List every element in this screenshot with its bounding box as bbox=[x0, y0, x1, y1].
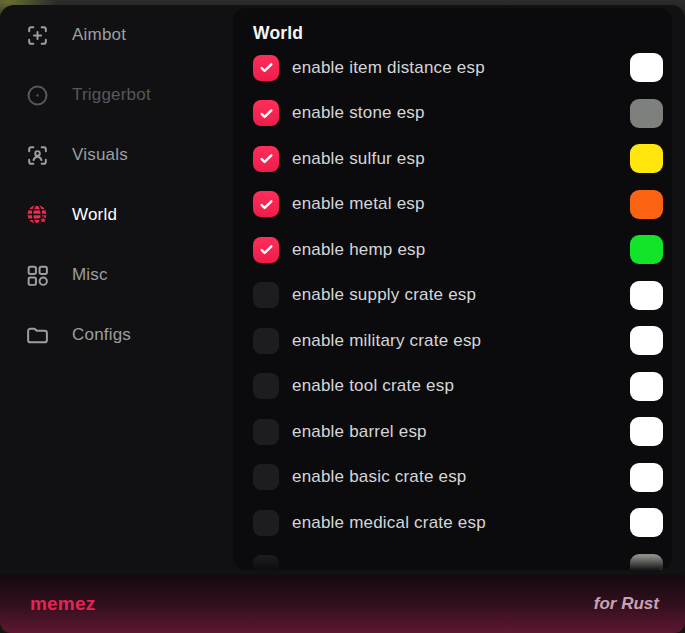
brand-name: memez bbox=[30, 593, 95, 615]
color-swatch-enable-item-distance-esp[interactable] bbox=[630, 53, 663, 82]
sidebar-item-configs[interactable]: Configs bbox=[0, 305, 233, 365]
checkbox-enable-tool-crate-esp[interactable] bbox=[253, 373, 279, 399]
color-swatch-enable-military-crate-esp[interactable] bbox=[630, 326, 663, 355]
esp-row-enable-military-crate-esp: enable military crate esp bbox=[253, 318, 663, 364]
main-area: AimbotTriggerbotVisualsWorldMiscConfigs … bbox=[0, 5, 685, 575]
color-swatch-enable-hemp-esp[interactable] bbox=[630, 235, 663, 264]
esp-row-label: enable medical crate esp bbox=[292, 513, 486, 533]
esp-row-enable-metal-esp: enable metal esp bbox=[253, 182, 663, 228]
cheat-menu-window: AimbotTriggerbotVisualsWorldMiscConfigs … bbox=[0, 5, 685, 633]
sidebar-item-triggerbot[interactable]: Triggerbot bbox=[0, 65, 233, 125]
checkbox-enable-barrel-esp[interactable] bbox=[253, 419, 279, 445]
sidebar-item-label: Visuals bbox=[72, 145, 128, 165]
sidebar-item-visuals[interactable]: Visuals bbox=[0, 125, 233, 185]
esp-row-enable-tool-crate-esp: enable tool crate esp bbox=[253, 364, 663, 410]
footer-tagline: for Rust bbox=[594, 594, 659, 614]
sidebar-item-label: Aimbot bbox=[72, 25, 126, 45]
world-icon bbox=[25, 203, 50, 228]
esp-row-row-12 bbox=[253, 546, 663, 571]
world-settings-panel: World enable item distance espenable sto… bbox=[233, 8, 672, 570]
esp-row-label: enable military crate esp bbox=[292, 331, 481, 351]
sidebar: AimbotTriggerbotVisualsWorldMiscConfigs bbox=[0, 5, 233, 575]
configs-icon bbox=[25, 323, 50, 348]
color-swatch-enable-sulfur-esp[interactable] bbox=[630, 144, 663, 173]
checkbox-enable-basic-crate-esp[interactable] bbox=[253, 464, 279, 490]
esp-rows-list: enable item distance espenable stone esp… bbox=[253, 45, 663, 570]
color-swatch-enable-metal-esp[interactable] bbox=[630, 190, 663, 219]
sidebar-item-world[interactable]: World bbox=[0, 185, 233, 245]
checkbox-enable-supply-crate-esp[interactable] bbox=[253, 282, 279, 308]
checkbox-enable-stone-esp[interactable] bbox=[253, 100, 279, 126]
esp-row-label: enable stone esp bbox=[292, 103, 425, 123]
color-swatch-enable-medical-crate-esp[interactable] bbox=[630, 508, 663, 537]
panel-title: World bbox=[253, 23, 663, 44]
sidebar-item-label: World bbox=[72, 205, 117, 225]
esp-row-enable-barrel-esp: enable barrel esp bbox=[253, 409, 663, 455]
sidebar-item-label: Configs bbox=[72, 325, 131, 345]
color-swatch-enable-basic-crate-esp[interactable] bbox=[630, 463, 663, 492]
checkbox-enable-hemp-esp[interactable] bbox=[253, 237, 279, 263]
checkbox-enable-item-distance-esp[interactable] bbox=[253, 55, 279, 81]
esp-row-label: enable metal esp bbox=[292, 194, 425, 214]
esp-row-label: enable sulfur esp bbox=[292, 149, 425, 169]
checkbox-enable-medical-crate-esp[interactable] bbox=[253, 510, 279, 536]
visuals-icon bbox=[25, 143, 50, 168]
esp-row-enable-stone-esp: enable stone esp bbox=[253, 91, 663, 137]
checkbox-enable-metal-esp[interactable] bbox=[253, 191, 279, 217]
esp-row-enable-sulfur-esp: enable sulfur esp bbox=[253, 136, 663, 182]
sidebar-item-misc[interactable]: Misc bbox=[0, 245, 233, 305]
esp-row-label: enable tool crate esp bbox=[292, 376, 454, 396]
triggerbot-icon bbox=[25, 83, 50, 108]
color-swatch-row-12[interactable] bbox=[630, 554, 663, 570]
sidebar-item-aimbot[interactable]: Aimbot bbox=[0, 5, 233, 65]
screen-background: AimbotTriggerbotVisualsWorldMiscConfigs … bbox=[0, 0, 685, 633]
checkbox-enable-sulfur-esp[interactable] bbox=[253, 146, 279, 172]
checkbox-enable-military-crate-esp[interactable] bbox=[253, 328, 279, 354]
checkbox-row-12[interactable] bbox=[253, 555, 279, 570]
color-swatch-enable-stone-esp[interactable] bbox=[630, 99, 663, 128]
esp-row-enable-item-distance-esp: enable item distance esp bbox=[253, 45, 663, 91]
color-swatch-enable-supply-crate-esp[interactable] bbox=[630, 281, 663, 310]
esp-row-label: enable supply crate esp bbox=[292, 285, 476, 305]
aimbot-icon bbox=[25, 23, 50, 48]
esp-row-enable-supply-crate-esp: enable supply crate esp bbox=[253, 273, 663, 319]
esp-row-enable-medical-crate-esp: enable medical crate esp bbox=[253, 500, 663, 546]
esp-row-label: enable barrel esp bbox=[292, 422, 427, 442]
misc-icon bbox=[25, 263, 50, 288]
esp-row-enable-hemp-esp: enable hemp esp bbox=[253, 227, 663, 273]
sidebar-item-label: Misc bbox=[72, 265, 108, 285]
color-swatch-enable-tool-crate-esp[interactable] bbox=[630, 372, 663, 401]
esp-row-label: enable item distance esp bbox=[292, 58, 485, 78]
footer: memez for Rust bbox=[0, 575, 685, 633]
esp-row-label: enable hemp esp bbox=[292, 240, 425, 260]
sidebar-item-label: Triggerbot bbox=[72, 85, 151, 105]
esp-row-label: enable basic crate esp bbox=[292, 467, 467, 487]
color-swatch-enable-barrel-esp[interactable] bbox=[630, 417, 663, 446]
esp-row-enable-basic-crate-esp: enable basic crate esp bbox=[253, 455, 663, 501]
